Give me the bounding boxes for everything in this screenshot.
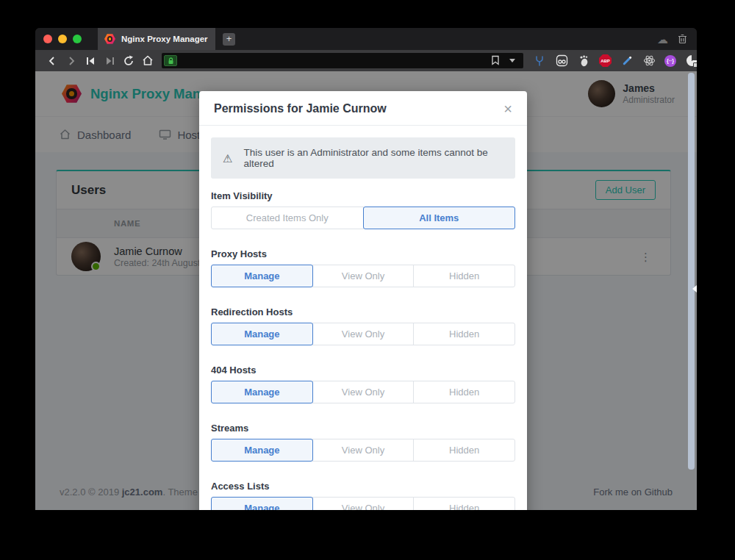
proxy-hosts-group: Manage View Only Hidden [211,265,515,287]
group-label-streams: Streams [211,423,515,434]
fork-extension-icon[interactable] [533,54,546,68]
page-viewport: Nginx Proxy Manager James Administrator … [35,71,697,510]
redirection-hosts-group: Manage View Only Hidden [211,323,515,345]
browser-toolbar: ABP {··} [35,50,697,71]
userscript-extension-icon[interactable]: {··} [664,55,676,67]
streams-group: Manage View Only Hidden [211,439,515,462]
404-hosts-view-only-button[interactable]: View Only [312,381,415,403]
tab-title: Nginx Proxy Manager [121,35,208,43]
proxy-hosts-view-only-button[interactable]: View Only [312,265,415,287]
scrollbar-thumb[interactable] [688,73,695,470]
gnome-foot-extension-icon[interactable] [577,54,590,68]
https-lock-icon[interactable] [164,55,177,66]
streams-view-only-button[interactable]: View Only [312,439,415,462]
group-label-proxy-hosts: Proxy Hosts [211,248,515,259]
proxy-hosts-hidden-button[interactable]: Hidden [413,265,515,287]
access-lists-view-only-button[interactable]: View Only [312,497,415,510]
access-lists-manage-button[interactable]: Manage [211,497,313,510]
extension-icons: ABP {··} [533,54,697,68]
modal-title: Permissions for Jamie Curnow [214,102,387,115]
access-lists-hidden-button[interactable]: Hidden [413,497,515,510]
404-hosts-hidden-button[interactable]: Hidden [413,381,515,403]
url-bar[interactable] [162,53,523,68]
traffic-lights [43,35,82,43]
redirection-hosts-hidden-button[interactable]: Hidden [413,323,515,345]
session-forward-button[interactable] [100,53,119,69]
goggles-extension-icon[interactable] [555,54,568,68]
streams-hidden-button[interactable]: Hidden [413,439,515,462]
group-label-404-hosts: 404 Hosts [211,365,515,376]
alert-text: This user is an Administrator and some i… [243,147,503,169]
cloud-icon[interactable]: ☁ [657,34,668,45]
trash-icon[interactable] [678,34,687,44]
favicon-npm-icon [104,34,115,45]
proxy-hosts-manage-button[interactable]: Manage [211,265,313,287]
tab-strip: Nginx Proxy Manager + ☁ [35,28,697,50]
close-window-button[interactable] [43,35,52,43]
close-icon[interactable]: × [503,104,512,114]
adblock-plus-extension-icon[interactable]: ABP [599,54,612,67]
bookmark-dropdown-caret-icon[interactable] [509,59,515,62]
visibility-all-items-button[interactable]: All Items [363,207,516,229]
browser-tab[interactable]: Nginx Proxy Manager [98,28,215,50]
atom-extension-icon[interactable] [642,54,656,68]
group-label-access-lists: Access Lists [211,481,515,492]
permissions-modal: Permissions for Jamie Curnow × ⚠ This us… [199,91,527,510]
cookie-clock-extension-icon[interactable] [685,54,697,68]
item-visibility-group: Created Items Only All Items [211,207,515,229]
access-lists-group: Manage View Only Hidden [211,497,515,510]
forward-button[interactable] [62,53,81,69]
group-label-redirection-hosts: Redirection Hosts [211,306,515,317]
404-hosts-manage-button[interactable]: Manage [211,381,313,403]
new-tab-button[interactable]: + [223,33,235,46]
pen-extension-icon[interactable] [620,54,634,68]
visibility-created-items-only-button[interactable]: Created Items Only [211,207,364,229]
zoom-window-button[interactable] [73,35,82,43]
404-hosts-group: Manage View Only Hidden [211,381,515,403]
session-back-button[interactable] [81,53,100,69]
streams-manage-button[interactable]: Manage [211,439,313,462]
minimize-window-button[interactable] [58,35,67,43]
redirection-hosts-manage-button[interactable]: Manage [211,323,313,345]
browser-window: Nginx Proxy Manager + ☁ [35,28,697,510]
bookmark-icon[interactable] [491,55,500,65]
back-button[interactable] [43,53,62,69]
reload-button[interactable] [119,53,138,69]
side-panel-arrow-icon[interactable] [692,285,697,292]
group-label-item-visibility: Item Visibility [211,190,515,201]
home-button[interactable] [138,53,157,69]
redirection-hosts-view-only-button[interactable]: View Only [312,323,415,345]
admin-alert: ⚠ This user is an Administrator and some… [211,137,515,179]
warning-icon: ⚠ [223,153,232,164]
